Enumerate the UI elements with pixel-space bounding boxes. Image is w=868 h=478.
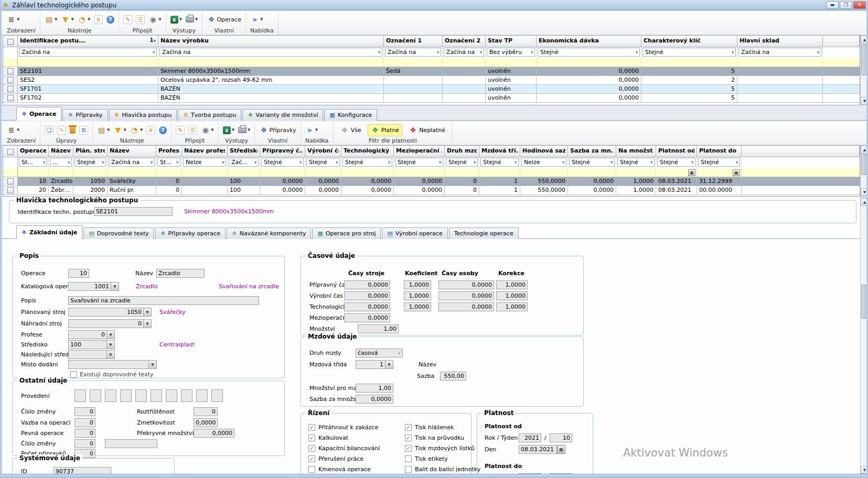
filter-combo[interactable]: Začíná na∨ (385, 48, 441, 57)
grid-column-header[interactable]: Název (108, 146, 156, 157)
tab-operace-pro-stroj[interactable]: ▦Operace pro stroj (312, 227, 381, 239)
cislo-zmeny-field[interactable]: 0 (74, 407, 95, 416)
tab-operace[interactable]: ❖Operace (16, 107, 61, 121)
tab-pripravky-operace[interactable]: ❖Přípravky operace (155, 227, 226, 239)
checkbox[interactable]: ✓ (405, 424, 412, 431)
routing-id-field[interactable]: SE2101 (94, 207, 173, 216)
checkbox[interactable]: ✓ (308, 455, 315, 462)
checkbox[interactable]: ✓ (405, 434, 412, 441)
operace-field[interactable]: 10 (68, 269, 89, 278)
filter-combo[interactable]: Stejné∨ (395, 158, 443, 167)
filter-combo[interactable]: Stejné∨ (446, 158, 478, 167)
filter-button[interactable]: ▼▼ (61, 15, 73, 24)
grid-column-header[interactable]: Druh mzdy (445, 146, 479, 157)
filter-combo[interactable]: Stejné∨ (698, 158, 740, 167)
settings-button[interactable]: ≡ (146, 126, 155, 135)
scroll-thumb[interactable] (861, 44, 868, 75)
checklist-button[interactable]: ☰ (136, 15, 145, 24)
filter-combo[interactable]: Začíná na∨ (19, 48, 157, 57)
spinner-button[interactable]: ▼ (144, 308, 152, 317)
filter-combo[interactable]: Nelze∨ (521, 158, 566, 167)
filter-combo[interactable]: Zač...∨ (229, 158, 259, 167)
filter-combo[interactable]: Stejné∨ (480, 158, 519, 167)
filter-combo[interactable]: Stejné∨ (342, 158, 392, 167)
view-button[interactable]: ≣▼ (7, 126, 19, 135)
note-button[interactable]: ✎ (176, 126, 185, 135)
filter-combo[interactable]: Začíná na∨ (109, 158, 155, 167)
filter-input-cell[interactable] (158, 58, 384, 67)
filter-valid-button[interactable]: ❖Platné (368, 124, 402, 136)
filter-input-cell[interactable] (305, 168, 341, 177)
technologicky-koeficient[interactable]: 1,0000 (404, 302, 431, 311)
select-all-checkbox[interactable] (7, 39, 14, 45)
grid-column-header[interactable]: Přípravný č... (260, 146, 305, 157)
provedeni-box[interactable] (135, 389, 147, 402)
spinner-button[interactable]: ▼ (111, 282, 119, 291)
media-button[interactable]: ◉▼ (148, 15, 161, 24)
vyrobni-cas-osoby[interactable]: 0,0000 (438, 291, 494, 300)
filter-input-cell[interactable] (260, 168, 305, 177)
filter-combo[interactable]: Stejné∨ (306, 158, 340, 167)
katalogova-operace-field[interactable]: 1001 (68, 282, 111, 291)
filter-input-cell[interactable] (73, 168, 108, 177)
grid-column-header[interactable]: Mezioperační ... (394, 146, 445, 157)
filter-combo[interactable]: Stejné∨ (617, 158, 655, 167)
filter-combo[interactable]: Začíná na∨ (159, 48, 382, 57)
checkbox-item[interactable]: ✓Kapacitní bilancování (308, 444, 398, 454)
filter-combo[interactable]: Začíná na∨ (444, 48, 484, 57)
provedeni-box[interactable] (196, 389, 208, 402)
grid-column-header[interactable]: Označení 2 (443, 36, 486, 47)
grid-column-header[interactable]: Platnost od (656, 146, 697, 157)
scroll-down-icon[interactable]: ▼ (861, 97, 868, 105)
help-button[interactable]: ? (159, 126, 167, 134)
sazba-field[interactable]: 550,00 (440, 372, 466, 381)
custom-pripravky-button[interactable]: ❖Přípravky (259, 126, 296, 135)
filter-input-cell[interactable] (737, 58, 823, 67)
spinner-button[interactable]: ▼ (144, 319, 152, 328)
row-checkbox[interactable] (7, 178, 14, 184)
grid1-scrollbar[interactable]: ▲ ▼ (860, 35, 868, 105)
menu-button[interactable]: »▼ (305, 126, 318, 135)
filter-combo[interactable]: Začíná na∨ (738, 48, 821, 57)
filter-all-button[interactable]: ❖Vše (338, 125, 364, 136)
filter-input-cell[interactable] (486, 58, 537, 67)
checkbox[interactable]: ✓ (308, 445, 315, 452)
cislo-zmeny2-field[interactable]: 0 (74, 439, 95, 448)
grid-column-header[interactable]: Identifikace postu...1▼ (18, 36, 158, 47)
tab-pripravky[interactable]: ❖Přípravky (62, 109, 108, 121)
checkbox[interactable]: ✓ (308, 434, 315, 441)
mzdova-trida-field[interactable]: 1 (356, 360, 385, 369)
row-checkbox[interactable] (7, 187, 14, 193)
filter-input-cell[interactable] (394, 168, 445, 177)
table-tools-button[interactable]: ▤▼ (97, 126, 110, 135)
copy-record-button[interactable]: ⧉ (79, 126, 88, 135)
pripravny-cas-stroje[interactable]: 0,0000 (344, 280, 390, 289)
nazev-field[interactable]: Zrcadlo (156, 269, 205, 278)
spinner-button[interactable]: ▼ (149, 360, 157, 369)
filter-input-cell[interactable] (537, 58, 641, 67)
filter-input-cell[interactable] (520, 168, 568, 177)
katalog-link[interactable]: Zrcadlo (136, 282, 157, 291)
scroll-up-icon[interactable]: ▲ (861, 198, 868, 206)
filter-combo[interactable]: Stejné∨ (538, 48, 640, 57)
scroll-up-icon[interactable]: ▲ (861, 146, 868, 154)
history-button[interactable]: ◔▼ (130, 126, 143, 135)
technologicky-korekce[interactable]: 1,0000 (496, 302, 528, 311)
grid-column-header[interactable]: Sazba za mn... (568, 146, 616, 157)
tab-tvorba-postupu[interactable]: ⚙Tvorba postupu (178, 109, 241, 121)
nasledujici-stredisko-field[interactable] (68, 350, 107, 359)
tab-konfigurace[interactable]: ▦Konfigurace (324, 109, 377, 121)
filter-combo[interactable]: St...∨ (19, 158, 47, 167)
filter-input-cell[interactable] (479, 168, 520, 177)
filter-combo[interactable]: Stejné∨ (569, 158, 615, 167)
spinner-button[interactable]: ▼ (107, 350, 115, 359)
new-record-button[interactable]: ❏ (45, 126, 53, 135)
history-button[interactable]: ◔▼ (78, 15, 90, 24)
row-checkbox[interactable] (7, 77, 14, 83)
table-row[interactable]: SE2101Skimmer 8000x3500x1500mmŠedáuvolně… (3, 67, 860, 76)
menu-button[interactable]: »▼ (250, 15, 263, 24)
filter-input-cell[interactable] (18, 58, 158, 67)
misto-dodani-field[interactable] (68, 360, 149, 369)
druh-mzdy-combo[interactable]: časová∨ (356, 349, 403, 357)
spinner-button[interactable]: ▼ (107, 340, 115, 349)
